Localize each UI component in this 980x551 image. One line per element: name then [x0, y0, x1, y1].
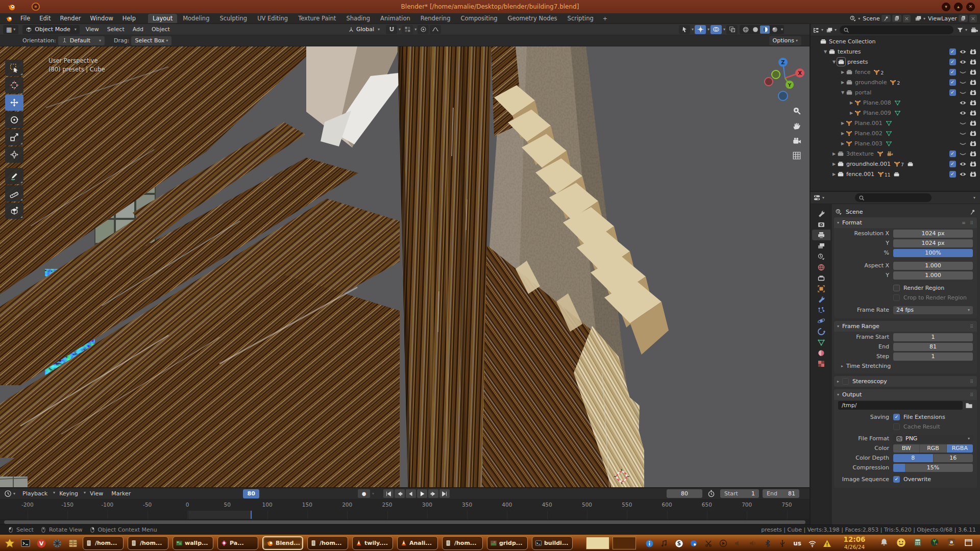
- eye-closed-icon[interactable]: [959, 119, 967, 127]
- properties-tab-object[interactable]: [812, 283, 830, 294]
- exclude-checkbox[interactable]: ✓: [949, 161, 956, 167]
- folder-icon[interactable]: [965, 402, 973, 409]
- scene-selector[interactable]: ▾ Scene ×: [849, 14, 911, 23]
- properties-tab-scene[interactable]: [812, 251, 830, 262]
- render-visibility-camera-icon[interactable]: [969, 58, 977, 66]
- disclosure-closed-icon[interactable]: ▶: [831, 172, 837, 177]
- outliner-row-groundhole-001[interactable]: ▶groundhole.0017✓: [811, 159, 980, 169]
- viewport-menu-view[interactable]: View: [82, 26, 103, 33]
- shading-material-icon[interactable]: [760, 26, 770, 34]
- pager-workspace-2[interactable]: [612, 537, 636, 549]
- workspace-tab-scripting[interactable]: Scripting: [563, 14, 598, 23]
- task-button-Anali[interactable]: Anali...: [397, 536, 438, 550]
- time-stretching-subpanel[interactable]: ▸Time Stretching: [841, 363, 977, 369]
- eye-closed-icon[interactable]: [959, 79, 967, 86]
- frame-step-field[interactable]: 1: [893, 353, 973, 361]
- disclosure-closed-icon[interactable]: ▶: [831, 162, 837, 166]
- tool-cursor-button[interactable]: [5, 77, 23, 93]
- xray-toggle-icon[interactable]: [726, 25, 738, 34]
- axis-neg-y-ball[interactable]: [772, 70, 780, 79]
- snap-magnet-icon[interactable]: [386, 25, 397, 34]
- tray-window-outline-icon[interactable]: [963, 537, 973, 547]
- color-bw-button[interactable]: BW: [893, 444, 920, 453]
- resolution-pct-slider[interactable]: 100%: [893, 249, 973, 257]
- perspective-grid-icon[interactable]: [789, 148, 804, 163]
- selectability-dropdown-icon[interactable]: [679, 25, 690, 34]
- viewport-menu-select[interactable]: Select: [103, 26, 129, 33]
- options-button[interactable]: Options▾: [769, 36, 801, 45]
- render-visibility-camera-icon[interactable]: [969, 99, 977, 107]
- eye-open-icon[interactable]: [959, 58, 967, 66]
- launcher-star-icon[interactable]: [3, 537, 16, 550]
- timeline-track[interactable]: [0, 511, 810, 519]
- properties-options-chevron[interactable]: ▾: [973, 195, 975, 200]
- tray-wifi-icon[interactable]: [807, 538, 817, 548]
- tray-skype-icon[interactable]: S: [674, 538, 684, 548]
- mode-dropdown[interactable]: Object Mode▾: [22, 25, 79, 34]
- menu-render[interactable]: Render: [56, 15, 86, 22]
- prev-keyframe-button[interactable]: [395, 489, 405, 498]
- tray-calculator-icon[interactable]: [913, 537, 923, 547]
- disclosure-closed-icon[interactable]: ▶: [840, 121, 846, 126]
- stopwatch-icon[interactable]: [707, 490, 715, 497]
- disclosure-open-icon[interactable]: ▼: [840, 90, 846, 95]
- orientation-dropdown[interactable]: Global▾: [345, 25, 383, 34]
- task-button-hom[interactable]: /hom...: [128, 536, 168, 550]
- outliner-row-fence-001[interactable]: ▶fence.00111✓: [811, 169, 980, 179]
- viewport-menu-add[interactable]: Add: [129, 26, 148, 33]
- outliner-row-plane-001[interactable]: ▶Plane.001: [811, 118, 980, 128]
- file-format-dropdown[interactable]: PNG▾: [893, 435, 973, 443]
- stereoscopy-checkbox[interactable]: [842, 378, 849, 385]
- outliner-row-plane-003[interactable]: ▶Plane.003: [811, 138, 980, 148]
- properties-tab-particles[interactable]: [812, 305, 830, 315]
- tray-bell-icon[interactable]: [879, 537, 889, 547]
- crop-region-checkbox[interactable]: [893, 294, 900, 301]
- remove-viewlayer-icon[interactable]: ×: [969, 15, 977, 22]
- timeline-ruler[interactable]: -200-150-100-500501001502002503003504004…: [0, 499, 810, 511]
- eye-open-icon[interactable]: [959, 48, 967, 56]
- axis-neg-z-ball[interactable]: [778, 91, 788, 101]
- exclude-checkbox[interactable]: ✓: [949, 59, 956, 65]
- outliner-row-scene collection[interactable]: Scene Collection: [811, 36, 980, 46]
- exclude-checkbox[interactable]: ✓: [949, 89, 956, 96]
- camera-view-icon[interactable]: [789, 134, 804, 148]
- tool-annotate-button[interactable]: [5, 168, 23, 184]
- add-workspace-button[interactable]: +: [599, 15, 611, 22]
- tray-plant-icon[interactable]: [929, 537, 940, 547]
- eye-open-icon[interactable]: [959, 170, 967, 178]
- disclosure-closed-icon[interactable]: ▶: [840, 80, 846, 85]
- new-viewlayer-icon[interactable]: [959, 15, 968, 22]
- disclosure-open-icon[interactable]: ▼: [831, 60, 837, 64]
- eye-closed-icon[interactable]: [959, 150, 967, 158]
- shading-rendered-icon[interactable]: [770, 26, 779, 34]
- menu-window[interactable]: Window: [85, 15, 117, 22]
- stereoscopy-panel-header[interactable]: ▸Stereoscopy⠿: [834, 376, 977, 387]
- eye-open-icon[interactable]: [959, 109, 967, 117]
- workspace-tab-texture-paint[interactable]: Texture Paint: [293, 14, 340, 23]
- workspace-tab-shading[interactable]: Shading: [341, 14, 375, 23]
- tray-amazon-icon[interactable]: a: [946, 537, 957, 547]
- exclude-checkbox[interactable]: ✓: [949, 69, 956, 76]
- tool-measure-button[interactable]: [5, 185, 23, 202]
- frame-start-field[interactable]: 1: [893, 333, 973, 341]
- next-keyframe-button[interactable]: [428, 489, 438, 498]
- timeline-menu-marker[interactable]: Marker: [107, 490, 135, 497]
- eye-closed-icon[interactable]: [959, 130, 967, 137]
- task-button-gridp[interactable]: gridp...: [487, 536, 528, 550]
- workspace-tab-geometry-nodes[interactable]: Geometry Nodes: [503, 14, 562, 23]
- workspace-tab-animation[interactable]: Animation: [376, 14, 415, 23]
- render-visibility-camera-icon[interactable]: [969, 68, 977, 76]
- editor-type-button[interactable]: ▦▾: [3, 25, 18, 34]
- new-scene-icon[interactable]: [892, 15, 901, 22]
- properties-tab-world[interactable]: [812, 262, 830, 272]
- drag-dropdown[interactable]: Select Box▾: [131, 36, 172, 45]
- 3d-viewport[interactable]: User Perspective (80) presets | Cube Z X…: [0, 46, 810, 487]
- render-visibility-camera-icon[interactable]: [969, 150, 977, 158]
- playhead-frame-badge[interactable]: 80: [243, 489, 259, 498]
- color-rgb-button[interactable]: RGB: [920, 444, 946, 453]
- outliner-row-presets[interactable]: ▼presets✓: [811, 57, 980, 67]
- output-path-input[interactable]: [838, 401, 963, 410]
- workspace-tab-compositing[interactable]: Compositing: [456, 14, 502, 23]
- aspect-x-field[interactable]: 1.000: [893, 262, 973, 270]
- depth-8-button[interactable]: 8: [893, 454, 934, 462]
